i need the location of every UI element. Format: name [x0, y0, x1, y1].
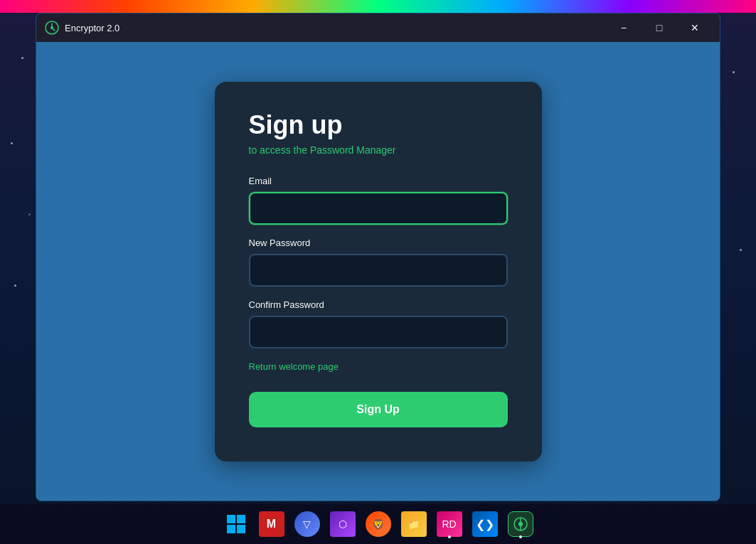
maximize-button[interactable]: □ — [643, 17, 676, 38]
taskbar-files[interactable]: 📁 — [398, 508, 430, 540]
titlebar: Encryptor 2.0 − □ ✕ — [36, 14, 720, 42]
return-link[interactable]: Return welcome page — [249, 361, 508, 372]
confirm-label: Confirm Password — [249, 299, 508, 310]
app-icon — [45, 21, 59, 35]
card-subtitle: to access the Password Manager — [249, 144, 508, 156]
svg-point-7 — [518, 522, 523, 526]
taskbar-encryptor[interactable] — [505, 508, 536, 540]
signup-button[interactable]: Sign Up — [249, 392, 508, 427]
card-heading: Sign up — [249, 110, 508, 140]
password-field-group: New Password — [249, 238, 508, 287]
window-controls: − □ ✕ — [607, 17, 711, 38]
taskbar: M ▽ ⬡ 🦁 📁 RD ❮❯ — [0, 504, 756, 544]
taskbar-gmail[interactable]: M — [256, 508, 287, 540]
email-label: Email — [249, 176, 508, 186]
taskbar-rider[interactable]: RD — [434, 508, 465, 540]
svg-point-1 — [50, 26, 53, 29]
active-indicator — [448, 535, 451, 538]
svg-rect-5 — [237, 525, 245, 533]
minimize-button[interactable]: − — [607, 17, 640, 38]
window-content: Sign up to access the Password Manager E… — [36, 42, 720, 501]
password-label: New Password — [249, 238, 508, 248]
taskbar-brave[interactable]: 🦁 — [363, 508, 394, 540]
email-field-group: Email — [249, 176, 508, 225]
top-banner — [0, 0, 756, 13]
confirm-input[interactable] — [249, 316, 508, 348]
taskbar-windows[interactable] — [220, 508, 252, 540]
signup-card: Sign up to access the Password Manager E… — [215, 82, 542, 462]
confirm-field-group: Confirm Password — [249, 299, 508, 348]
taskbar-vscode[interactable]: ❮❯ — [469, 508, 501, 540]
taskbar-vpn[interactable]: ▽ — [292, 508, 323, 540]
app-title: Encryptor 2.0 — [65, 23, 602, 33]
email-input[interactable] — [249, 192, 508, 225]
taskbar-proton[interactable]: ⬡ — [327, 508, 358, 540]
svg-rect-3 — [237, 515, 245, 523]
password-input[interactable] — [249, 254, 508, 287]
encryptor-active-indicator — [519, 535, 522, 538]
svg-rect-4 — [227, 525, 235, 533]
svg-rect-2 — [227, 515, 235, 523]
main-window: Encryptor 2.0 − □ ✕ Sign up to access th… — [36, 13, 720, 501]
close-button[interactable]: ✕ — [678, 17, 711, 38]
